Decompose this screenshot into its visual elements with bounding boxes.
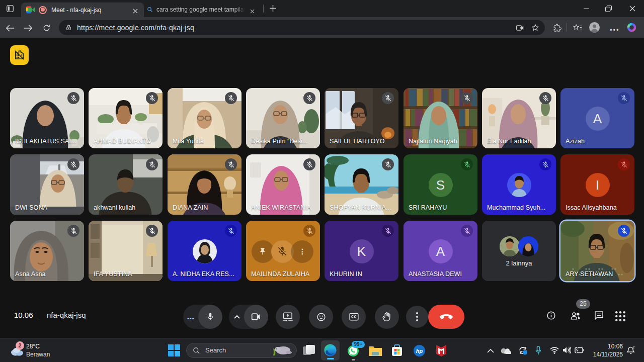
svg-text:hp: hp: [416, 348, 423, 354]
svg-text:z: z: [633, 345, 635, 349]
